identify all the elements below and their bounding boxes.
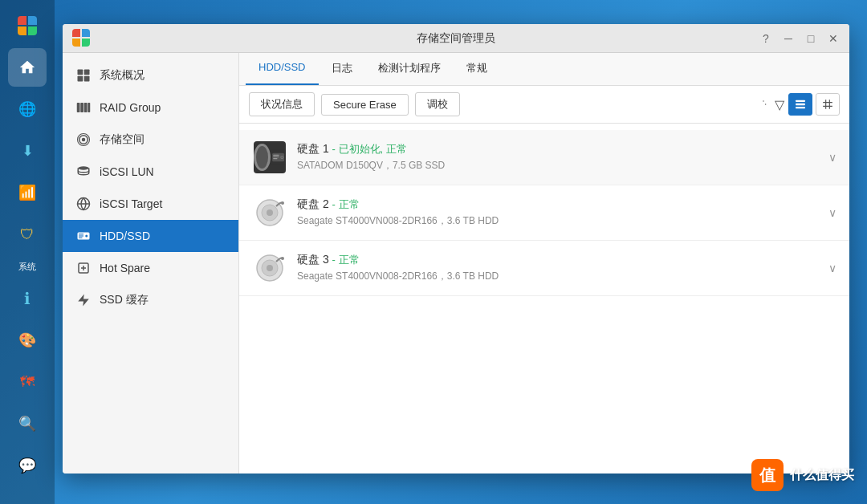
disk1-chevron[interactable]: ∨ <box>828 151 836 164</box>
window-title: 存储空间管理员 <box>417 31 495 46</box>
iscsi-target-icon <box>75 196 92 212</box>
disk2-chevron[interactable]: ∨ <box>828 206 836 219</box>
disk3-name: 硬盘 3 - 正常 <box>297 253 819 267</box>
taskbar-security[interactable]: 🛡 <box>8 215 47 254</box>
taskbar-home[interactable] <box>8 48 47 87</box>
storage-space-icon <box>75 132 92 148</box>
taskbar-message[interactable]: 💬 <box>8 446 47 485</box>
main-content: HDD/SSD 日志 检测计划程序 常规 状况信息 Secure Erase 调… <box>239 53 849 474</box>
sidebar-item-storage-space[interactable]: 存储空间 <box>63 124 238 156</box>
sidebar-item-raid-group[interactable]: RAID Group <box>63 91 238 124</box>
taskbar-app-logo[interactable] <box>8 6 47 45</box>
disk-list: 硬盘 1 - 已初始化, 正常 SATADOM D150QV，7.5 GB SS… <box>239 124 849 474</box>
hdd-icon-3 <box>254 252 286 284</box>
sidebar-label-system-overview: 系统概况 <box>100 68 144 83</box>
disk1-detail: SATADOM D150QV，7.5 GB SSD <box>297 159 819 173</box>
tab-log[interactable]: 日志 <box>319 53 365 85</box>
svg-rect-26 <box>796 104 805 105</box>
storage-manager-window: 存储空间管理员 ? ─ □ ✕ 系统概况 <box>63 24 849 474</box>
sidebar-label-hot-spare: Hot Spare <box>100 262 150 274</box>
svg-point-8 <box>82 138 86 142</box>
hdd-icon-2 <box>254 197 286 229</box>
svg-rect-5 <box>80 103 83 112</box>
secure-erase-button[interactable]: Secure Erase <box>321 94 409 116</box>
minimize-button[interactable]: ─ <box>779 29 798 48</box>
svg-rect-4 <box>77 103 80 112</box>
sidebar-label-iscsi-target: iSCSI Target <box>100 197 162 210</box>
disk3-info: 硬盘 3 - 正常 Seagate ST4000VN008-2DR166，3.6… <box>297 253 819 283</box>
svg-point-46 <box>281 257 284 260</box>
svg-rect-35 <box>273 156 279 157</box>
svg-rect-27 <box>796 107 805 108</box>
system-overview-icon <box>75 67 92 83</box>
status-info-button[interactable]: 状况信息 <box>249 92 315 116</box>
taskbar-region[interactable]: 🗺 <box>8 363 47 401</box>
svg-rect-0 <box>78 70 83 75</box>
list-view-button[interactable] <box>788 93 812 116</box>
tab-bar: HDD/SSD 日志 检测计划程序 常规 <box>239 53 849 86</box>
window-body: 系统概况 RAID Group 存储空间 <box>63 53 849 474</box>
disk3-detail: Seagate ST4000VN008-2DR166，3.6 TB HDD <box>297 270 819 283</box>
svg-point-42 <box>281 201 284 205</box>
sidebar: 系统概况 RAID Group 存储空间 <box>63 53 239 474</box>
disk-item-1[interactable]: 硬盘 1 - 已初始化, 正常 SATADOM D150QV，7.5 GB SS… <box>239 130 849 185</box>
taskbar-system-label: 系统 <box>8 257 47 276</box>
svg-point-38 <box>281 156 283 158</box>
disk2-detail: Seagate ST4000VN008-2DR166，3.6 TB HDD <box>297 214 819 228</box>
svg-marker-22 <box>78 295 89 307</box>
titlebar: 存储空间管理员 ? ─ □ ✕ <box>63 24 849 53</box>
ssd-cache-icon <box>75 292 92 308</box>
watermark-text: 什么值得买 <box>790 467 854 484</box>
close-button[interactable]: ✕ <box>824 29 843 48</box>
hot-spare-icon <box>75 260 92 276</box>
svg-point-41 <box>267 209 273 216</box>
disk3-icon <box>252 250 287 286</box>
disk2-name: 硬盘 2 - 正常 <box>297 197 819 212</box>
disk1-info: 硬盘 1 - 已初始化, 正常 SATADOM D150QV，7.5 GB SS… <box>297 142 819 173</box>
help-button[interactable]: ? <box>756 29 775 48</box>
disk1-name: 硬盘 1 - 已初始化, 正常 <box>297 142 819 156</box>
disk-item-3[interactable]: 硬盘 3 - 正常 Seagate ST4000VN008-2DR166，3.6… <box>239 241 849 296</box>
svg-rect-34 <box>273 155 279 156</box>
svg-rect-36 <box>273 158 277 159</box>
svg-point-45 <box>267 265 273 271</box>
disk-item-2[interactable]: 硬盘 2 - 正常 Seagate ST4000VN008-2DR166，3.6… <box>239 185 849 241</box>
svg-rect-6 <box>84 103 88 112</box>
svg-point-15 <box>85 235 88 238</box>
sidebar-item-iscsi-lun[interactable]: iSCSI LUN <box>63 156 238 188</box>
sidebar-item-hot-spare[interactable]: Hot Spare <box>63 252 238 284</box>
grid-view-button[interactable] <box>816 93 840 116</box>
taskbar-theme[interactable]: 🎨 <box>8 321 47 360</box>
taskbar-search[interactable]: 🔍 <box>8 404 47 443</box>
svg-rect-3 <box>84 76 90 82</box>
raid-group-icon <box>75 100 92 116</box>
filter-button[interactable]: ▽ <box>761 93 785 116</box>
toolbar-right: ▽ <box>761 93 840 116</box>
watermark: 值 什么值得买 <box>751 459 854 491</box>
window-controls: ? ─ □ ✕ <box>756 29 843 48</box>
sidebar-item-ssd-cache[interactable]: SSD 缓存 <box>63 284 238 316</box>
sidebar-label-ssd-cache: SSD 缓存 <box>100 293 149 307</box>
disk3-chevron[interactable]: ∨ <box>828 262 836 274</box>
sidebar-item-hdd-ssd[interactable]: HDD/SSD <box>63 220 238 252</box>
taskbar-download[interactable]: ⬇ <box>8 132 47 170</box>
calibrate-button[interactable]: 调校 <box>415 92 460 116</box>
tab-settings[interactable]: 常规 <box>454 53 500 85</box>
sidebar-label-raid-group: RAID Group <box>100 101 161 114</box>
app-logo <box>72 29 92 48</box>
svg-rect-25 <box>796 100 805 102</box>
hdd-ssd-icon <box>75 228 92 244</box>
svg-point-11 <box>78 166 89 170</box>
taskbar-info[interactable]: ℹ <box>8 279 47 318</box>
sidebar-label-iscsi-lun: iSCSI LUN <box>100 165 154 178</box>
ssd-icon <box>254 141 286 173</box>
tab-hdd-ssd[interactable]: HDD/SSD <box>246 53 319 85</box>
maximize-button[interactable]: □ <box>801 29 820 48</box>
sidebar-label-hdd-ssd: HDD/SSD <box>100 230 150 242</box>
tab-detect[interactable]: 检测计划程序 <box>365 53 454 85</box>
sidebar-item-system-overview[interactable]: 系统概况 <box>63 59 238 91</box>
disk2-info: 硬盘 2 - 正常 Seagate ST4000VN008-2DR166，3.6… <box>297 197 819 228</box>
taskbar-wifi[interactable]: 📶 <box>8 173 47 212</box>
taskbar-network[interactable]: 🌐 <box>8 90 47 128</box>
sidebar-item-iscsi-target[interactable]: iSCSI Target <box>63 188 238 220</box>
